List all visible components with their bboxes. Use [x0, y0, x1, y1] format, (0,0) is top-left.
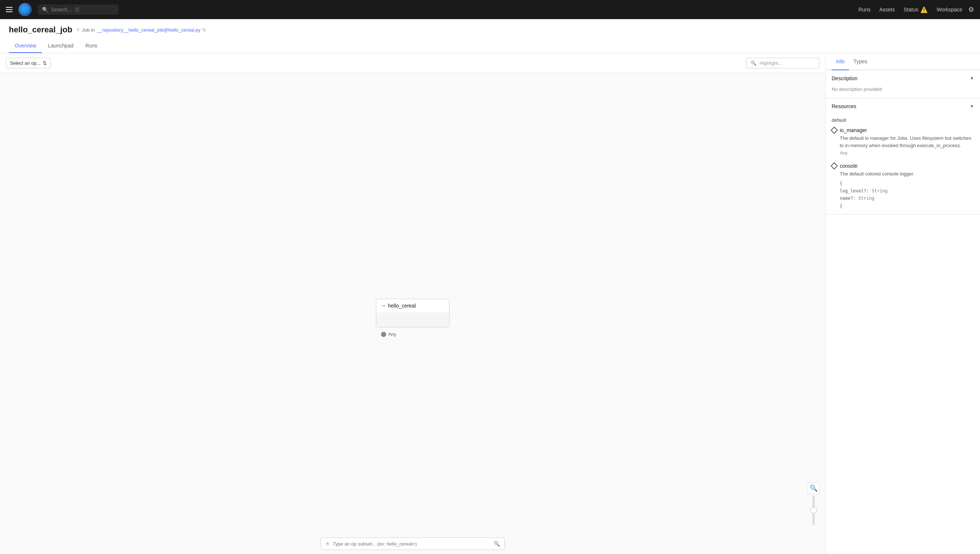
job-icon: ⑂ [77, 27, 80, 33]
resource-console-code: { log_level?: String name?: String } [840, 180, 974, 210]
resource-io-manager: io_manager The default io manager for Jo… [826, 124, 980, 160]
hamburger-menu[interactable] [6, 7, 13, 12]
right-panel: Info Types Description ▼ No description … [825, 53, 980, 554]
resource-io-manager-name-row: io_manager [832, 127, 974, 133]
highlight-search-icon: 🔍 [751, 60, 757, 66]
nav-status[interactable]: Status ⚠️ [904, 6, 928, 13]
console-field-0-type: String [872, 188, 887, 194]
resource-console-name: console [840, 163, 857, 169]
select-op-chevron-icon: ⇅ [43, 60, 47, 66]
main-layout: Select an op... ⇅ 🔍 Highlight... ⊸ hello… [0, 53, 980, 554]
tab-runs[interactable]: Runs [80, 39, 104, 53]
description-header-label: Description [832, 75, 857, 81]
resource-console-code-field-0: log_level?: String [840, 187, 974, 194]
op-subset-bar: ✳ 🔍 [321, 537, 505, 550]
panel-tab-info[interactable]: Info [832, 53, 849, 70]
highlight-search[interactable]: 🔍 Highlight... [746, 58, 819, 68]
node-output-label: Any [388, 332, 396, 337]
node-op-icon: ⊸ [381, 303, 385, 308]
node-body [376, 312, 449, 327]
page-header: hello_cereal_job ⑂ Job in __repository__… [0, 19, 980, 53]
console-field-1-type: String [859, 196, 874, 201]
resource-console-code-field-1: name?: String [840, 194, 974, 202]
zoom-slider-thumb[interactable] [810, 507, 817, 514]
node-header: ⊸ hello_cereal [376, 299, 449, 312]
subtitle-link[interactable]: __repository__hello_cereal_job@hello_cer… [97, 27, 200, 33]
page-title: hello_cereal_job [9, 25, 72, 35]
settings-gear-icon[interactable]: ⚙ [968, 6, 974, 14]
description-chevron-icon: ▼ [970, 76, 974, 81]
nav-workspace[interactable]: Workspace [937, 6, 962, 13]
resource-console: console The default colored console logg… [826, 160, 980, 214]
resource-io-manager-desc: The default io manager for Jobs. Uses fi… [840, 135, 974, 149]
app-logo: 🌐 [18, 3, 32, 16]
resource-io-manager-type: Any [840, 150, 974, 156]
resources-chevron-icon: ▼ [970, 104, 974, 109]
node-name: hello_cereal [388, 303, 416, 309]
op-subset-search-icon[interactable]: 🔍 [494, 541, 500, 547]
select-op-label: Select an op... [10, 60, 40, 66]
resources-header-label: Resources [832, 103, 856, 109]
status-warning-icon: ⚠️ [920, 6, 928, 13]
select-op-button[interactable]: Select an op... ⇅ [6, 58, 51, 68]
subtitle-prefix: Job in [82, 27, 95, 33]
nav-status-link[interactable]: Status [904, 6, 919, 13]
refresh-icon[interactable]: ↻ [203, 27, 206, 33]
console-field-1-key: name?: [840, 196, 859, 201]
panel-tabs: Info Types [826, 53, 980, 70]
node-output-dot [381, 332, 386, 337]
resources-accordion: Resources ▼ default io_manager The defau… [826, 98, 980, 215]
tab-overview[interactable]: Overview [9, 39, 42, 53]
resource-console-code-close: } [840, 202, 974, 210]
zoom-in-button[interactable]: 🔍 [808, 482, 819, 494]
panel-content: Description ▼ No description provided Re… [826, 70, 980, 554]
resource-console-code-open: { [840, 180, 974, 187]
canvas-toolbar: Select an op... ⇅ 🔍 Highlight... [0, 53, 825, 73]
description-accordion-header[interactable]: Description ▼ [826, 70, 980, 86]
no-description-text: No description provided [832, 86, 974, 92]
node-box[interactable]: ⊸ hello_cereal [376, 299, 450, 327]
resources-default-label: default [826, 115, 980, 124]
search-icon: 🔍 [42, 6, 48, 13]
resource-console-name-row: console [832, 163, 974, 169]
node-output: Any [381, 332, 396, 337]
top-nav: 🌐 🔍 Search... / Runs Assets Status ⚠️ Wo… [0, 0, 980, 19]
zoom-controls: 🔍 [808, 482, 819, 526]
resources-accordion-header[interactable]: Resources ▼ [826, 98, 980, 115]
op-subset-input[interactable] [333, 541, 491, 547]
resource-diamond-icon [830, 127, 838, 134]
resource-console-desc: The default colored console logger. [840, 170, 974, 178]
tab-launchpad[interactable]: Launchpad [42, 39, 79, 53]
page-tabs: Overview Launchpad Runs [9, 39, 971, 53]
zoom-slider-track[interactable] [812, 495, 815, 525]
resource-io-manager-name: io_manager [840, 127, 867, 133]
panel-tab-types[interactable]: Types [849, 53, 871, 70]
search-shortcut: / [75, 7, 80, 12]
op-subset-icon: ✳ [326, 541, 330, 547]
page-subtitle: ⑂ Job in __repository__hello_cereal_job@… [77, 27, 206, 33]
description-accordion: Description ▼ No description provided [826, 70, 980, 98]
search-placeholder: Search... [51, 6, 72, 13]
console-field-0-key: log_level?: [840, 188, 872, 194]
canvas-content: ⊸ hello_cereal Any 🔍 ✳ [0, 73, 825, 554]
nav-links: Runs Assets Status ⚠️ Workspace [859, 6, 962, 13]
resource-console-diamond-icon [830, 162, 838, 170]
nav-assets[interactable]: Assets [879, 6, 895, 13]
global-search[interactable]: 🔍 Search... / [38, 5, 118, 15]
highlight-placeholder: Highlight... [760, 60, 782, 66]
node-container: ⊸ hello_cereal Any [376, 299, 450, 327]
nav-runs[interactable]: Runs [859, 6, 871, 13]
description-accordion-body: No description provided [826, 86, 980, 98]
canvas-area: Select an op... ⇅ 🔍 Highlight... ⊸ hello… [0, 53, 825, 554]
